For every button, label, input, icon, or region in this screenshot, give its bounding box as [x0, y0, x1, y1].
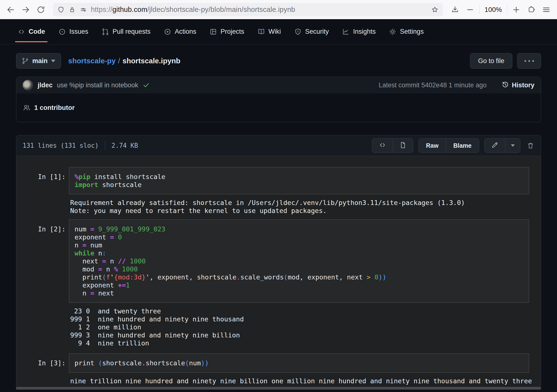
avatar[interactable] — [23, 80, 33, 90]
tab-label: Settings — [400, 28, 424, 35]
branch-selector-button[interactable]: main — [16, 53, 61, 69]
code-icon — [379, 141, 386, 150]
tab-label: Pull requests — [113, 28, 151, 35]
branch-name: main — [32, 57, 48, 65]
url-protocol: https:// — [91, 6, 112, 13]
tab-pull-requests[interactable]: Pull requests — [97, 19, 155, 44]
book-icon — [257, 28, 265, 36]
notebook-cell-3: In [3]: print (shortscale.shortscale(num… — [16, 353, 529, 373]
page-content: main shortscale-py/shortscale.ipynb Go t… — [0, 53, 557, 390]
contributors-row[interactable]: 1 contributor — [16, 93, 541, 122]
git-pull-request-icon — [101, 28, 109, 36]
code-cell[interactable]: print (shortscale.shortscale(num)) — [69, 353, 529, 373]
cell-output-2: 23 0 and twenty three 999 1 nine hundred… — [70, 307, 529, 347]
screen: https://github.com/jldec/shortscale-py/b… — [0, 0, 557, 392]
tracking-shield-icon[interactable] — [57, 6, 65, 13]
issue-opened-icon — [58, 28, 66, 36]
breadcrumb-file-name: shortscale.ipynb — [122, 57, 180, 65]
cell-output-1: Requirement already satisfied: shortscal… — [70, 199, 529, 215]
ellipsis-icon — [524, 60, 526, 62]
zoom-in-icon[interactable] — [512, 5, 521, 14]
cell-output-3: nine trillion nine hundred and ninety ni… — [70, 377, 529, 385]
horizontal-scrollbar[interactable] — [16, 387, 541, 390]
pencil-icon — [491, 141, 498, 150]
zoom-controls: 100% — [466, 5, 521, 14]
permissions-sliders-icon[interactable] — [80, 6, 87, 13]
tab-label: Projects — [220, 28, 244, 35]
file-size: 2.74 KB — [111, 142, 138, 149]
notebook-cell-2: In [2]: num = 9_999_001_999_023exponent … — [16, 220, 529, 303]
tab-label: Insights — [353, 28, 376, 35]
url-text[interactable]: https://github.com/jldec/shortscale-py/b… — [91, 6, 427, 14]
blame-button[interactable]: Blame — [446, 139, 479, 153]
latest-commit-bar: jldec use %pip install in notebook Lates… — [16, 77, 541, 93]
code-cell[interactable]: %pip install shortscaleimport shortscale — [69, 167, 529, 194]
downloads-icon[interactable] — [451, 5, 459, 14]
raw-button[interactable]: Raw — [419, 139, 446, 153]
cell-input-label: In [3]: — [16, 353, 69, 373]
zoom-out-icon[interactable] — [466, 5, 474, 14]
commit-sha[interactable]: 5402e48 — [421, 82, 447, 89]
tab-label: Code — [29, 28, 45, 35]
tab-issues[interactable]: Issues — [53, 19, 93, 44]
history-clock-icon — [502, 81, 509, 89]
menu-hamburger-icon[interactable] — [542, 5, 551, 14]
delete-file-button[interactable] — [527, 142, 534, 149]
notebook-cell-1: In [1]: %pip install shortscaleimport sh… — [16, 167, 529, 194]
tab-code[interactable]: Code — [13, 19, 50, 44]
edit-pencil-button[interactable] — [485, 139, 505, 153]
file-toolbar: 131 lines (131 sloc) 2.74 KB Raw Blame — [16, 135, 541, 156]
address-bar[interactable]: https://github.com/jldec/shortscale-py/b… — [53, 3, 443, 16]
tab-label: Security — [305, 28, 329, 35]
tab-insights[interactable]: Insights — [337, 19, 380, 44]
commit-box: jldec use %pip install in notebook Lates… — [16, 77, 541, 122]
source-view-button[interactable] — [372, 139, 393, 153]
table-icon — [209, 28, 217, 36]
divider — [105, 141, 105, 150]
file-stats: 131 lines (131 sloc) 2.74 KB — [23, 141, 138, 150]
tab-settings[interactable]: Settings — [384, 19, 429, 44]
breadcrumb-repo-link[interactable]: shortscale-py — [68, 57, 116, 65]
tab-label: Issues — [69, 28, 88, 35]
back-icon[interactable] — [6, 5, 15, 14]
url-path: /jldec/shortscale-py/blob/main/shortscal… — [147, 6, 295, 13]
code-cell[interactable]: num = 9_999_001_999_023exponent = 0n = n… — [69, 220, 529, 303]
chevron-down-icon — [511, 144, 515, 147]
commit-message[interactable]: use %pip install in notebook — [57, 82, 138, 89]
more-options-button[interactable] — [517, 53, 541, 69]
tab-actions[interactable]: Actions — [159, 19, 201, 44]
zoom-level[interactable]: 100% — [484, 6, 502, 14]
go-to-file-button[interactable]: Go to file — [470, 53, 512, 69]
breadcrumb: shortscale-py/shortscale.ipynb — [68, 57, 180, 65]
url-domain: github.com — [112, 6, 147, 13]
divider — [479, 5, 480, 14]
breadcrumb-separator: / — [116, 57, 122, 65]
rendered-view-button[interactable] — [393, 139, 413, 153]
check-icon[interactable] — [143, 82, 150, 89]
browser-toolbar: https://github.com/jldec/shortscale-py/b… — [0, 0, 557, 19]
tab-label: Wiki — [269, 28, 281, 35]
extensions-puzzle-icon[interactable] — [527, 5, 536, 14]
graph-icon — [342, 28, 350, 36]
reload-icon[interactable] — [36, 5, 45, 14]
bookmark-star-icon[interactable] — [431, 6, 439, 13]
file-actions: Raw Blame — [367, 138, 534, 153]
edit-dropdown-button[interactable] — [505, 139, 520, 153]
commit-author[interactable]: jldec — [38, 82, 53, 89]
forward-icon[interactable] — [21, 5, 30, 14]
history-button[interactable]: History — [502, 81, 534, 89]
file-lines: 131 lines (131 sloc) — [23, 142, 99, 149]
tab-projects[interactable]: Projects — [204, 19, 249, 44]
tab-wiki[interactable]: Wiki — [253, 19, 286, 44]
cell-input-label: In [2]: — [16, 220, 69, 303]
people-icon — [23, 104, 31, 112]
tab-label: Actions — [175, 28, 196, 35]
latest-commit-meta: Latest commit 5402e48 1 minute ago — [379, 82, 487, 89]
cell-input-label: In [1]: — [16, 167, 69, 194]
shield-icon — [294, 28, 302, 36]
tab-security[interactable]: Security — [289, 19, 334, 44]
view-toggle-group — [372, 138, 413, 153]
edit-group — [484, 138, 520, 153]
lock-icon[interactable] — [68, 6, 76, 13]
go-to-file-label: Go to file — [478, 57, 504, 65]
